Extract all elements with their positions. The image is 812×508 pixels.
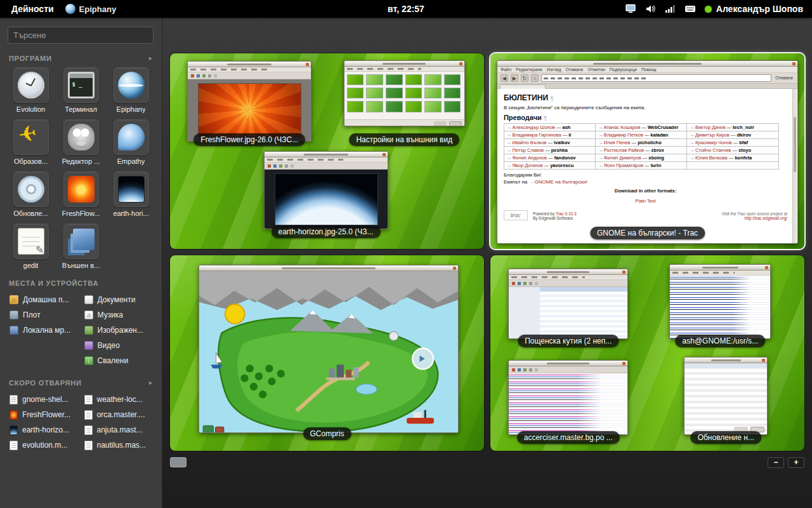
flower-image — [198, 83, 301, 137]
workspace-switcher-handle[interactable] — [170, 457, 187, 467]
place-item[interactable]: Документи — [82, 292, 155, 307]
app-launcher[interactable]: gedit — [8, 224, 54, 269]
recent-item[interactable]: evolution.m... — [8, 438, 80, 453]
app-tile — [63, 171, 99, 207]
window-appearance[interactable] — [344, 60, 465, 126]
window-titlebar — [199, 265, 459, 271]
window-terminal[interactable] — [669, 264, 771, 339]
home-icon — [531, 74, 539, 82]
editor-text — [509, 373, 628, 434]
clock[interactable]: вт, 22:57 — [388, 4, 424, 14]
activities-button[interactable]: Дейности — [6, 1, 59, 17]
app-tile — [13, 67, 49, 103]
window-updater[interactable] — [684, 357, 768, 435]
app-label: Обновле... — [13, 210, 48, 217]
app-icon — [18, 72, 44, 98]
place-label: Свалени — [98, 356, 129, 365]
translator-cell: Илия Пеневpicholicho — [596, 138, 687, 146]
recent-item[interactable]: FreshFlower... — [8, 407, 80, 422]
window-label: accerciser.master.bg.po ... — [517, 431, 620, 444]
browser-tab-bar — [497, 84, 797, 89]
volume-icon[interactable] — [645, 4, 656, 14]
recent-item[interactable]: anjuta.mast... — [82, 422, 155, 438]
sun — [225, 305, 244, 324]
window-gcompris[interactable] — [199, 265, 459, 433]
workspace-1[interactable]: FreshFlower.jpg-26.0 (ЧЗС... Настройки н… — [170, 53, 484, 249]
place-label: Документи — [98, 295, 136, 304]
place-icon — [84, 326, 93, 335]
recent-file-icon — [10, 410, 18, 420]
app-launcher[interactable]: earth-hori... — [108, 171, 154, 217]
recent-file-icon — [10, 441, 18, 450]
recent-expander-icon[interactable]: ▸ — [149, 378, 153, 387]
place-item[interactable]: Музика — [82, 307, 155, 323]
translator-cell: Ивайло Вълковivalkov — [504, 138, 595, 146]
place-label: Видео — [98, 341, 120, 350]
menu-item: Отметки — [587, 67, 605, 72]
workspace-3[interactable]: GCompris — [170, 255, 484, 451]
workspaces-overview: FreshFlower.jpg-26.0 (ЧЗС... Настройки н… — [162, 18, 812, 508]
place-item[interactable]: Видео — [82, 338, 155, 353]
translator-cell: Ростислав Райковzbrox — [596, 146, 687, 154]
app-label: Редактор ... — [62, 157, 100, 165]
translator-row: Петър Славовpeshka Ростислав Райковzbrox… — [504, 146, 778, 154]
app-launcher[interactable]: Epiphany — [108, 67, 154, 113]
window-mailbox[interactable] — [508, 269, 629, 339]
remove-workspace-button[interactable]: − — [768, 457, 784, 468]
app-icon — [18, 228, 44, 255]
app-launcher[interactable]: Образов... — [8, 119, 54, 165]
app-launcher[interactable]: FreshFlow... — [58, 171, 104, 217]
app-launcher[interactable]: Обновле... — [8, 171, 54, 217]
recent-item[interactable]: orca.master.... — [82, 407, 155, 422]
window-label: FreshFlower.jpg-26.0 (ЧЗС... — [193, 133, 305, 146]
add-workspace-button[interactable]: + — [788, 457, 804, 468]
programs-expander-icon[interactable]: ▸ — [149, 54, 153, 62]
reload-icon — [521, 74, 528, 82]
recent-file-icon — [10, 425, 18, 435]
recent-item[interactable]: earth-horizo... — [8, 422, 80, 438]
forward-icon — [511, 74, 518, 82]
app-launcher[interactable]: Външен в... — [58, 224, 104, 269]
translator-cell: Юлия Велковаkonfeta — [687, 154, 778, 161]
terminal-output — [670, 276, 770, 338]
window-label: Настройки на външния вид — [349, 133, 459, 146]
place-item[interactable]: Локална мр... — [8, 323, 80, 338]
app-launcher[interactable]: Evolution — [8, 67, 54, 113]
recent-item[interactable]: nautilus.mas... — [82, 438, 155, 453]
app-launcher[interactable]: Терминал — [58, 67, 104, 113]
app-launcher[interactable]: Редактор ... — [58, 119, 104, 165]
display-icon[interactable] — [625, 4, 636, 14]
place-item[interactable]: Свалени — [82, 353, 155, 368]
app-label: earth-hori... — [113, 210, 148, 217]
app-menu[interactable]: Epiphany — [65, 4, 117, 14]
recent-item[interactable]: gnome-shel... — [8, 392, 80, 407]
translator-cell: Александър Шоповash — [504, 123, 595, 131]
user-menu[interactable]: Александър Шопов — [705, 4, 803, 14]
place-item[interactable]: Плот — [8, 307, 80, 323]
recent-item[interactable]: weather-loc... — [82, 392, 155, 407]
team-text: Екипът на GNOME на български! — [504, 179, 787, 185]
earth-image — [275, 173, 378, 225]
place-item[interactable]: Домашна п... — [8, 292, 80, 307]
sidebar: ПРОГРАМИ ▸ Evolution Терминал — [0, 18, 162, 508]
place-icon — [10, 295, 18, 304]
place-icon — [84, 311, 93, 319]
window-titlebar — [265, 152, 388, 157]
mail-list — [509, 287, 628, 338]
window-titlebar — [497, 61, 797, 67]
workspace-2[interactable]: ФайлРедактиранеИзгледОтиванеОтметкиПодпр… — [490, 53, 804, 249]
app-label: Образов... — [14, 157, 48, 165]
translator-cell: Владимир Петковkaladan — [596, 131, 687, 138]
search-input[interactable] — [8, 27, 154, 44]
workspace-4[interactable]: Пощенска кутия (2 неп... ash@GNOME:/usr/… — [490, 255, 804, 451]
trac-footer: trac Powered by Trac 0.10.3 By Edgewall … — [504, 210, 787, 220]
window-editor[interactable] — [508, 360, 629, 435]
network-signal-icon[interactable] — [665, 4, 676, 14]
place-item[interactable]: Изображен... — [82, 323, 155, 338]
window-freshflower[interactable] — [187, 61, 311, 141]
user-name: Александър Шопов — [716, 4, 803, 14]
window-epiphany-trac[interactable]: ФайлРедактиранеИзгледОтиванеОтметкиПодпр… — [497, 60, 798, 244]
app-launcher[interactable]: Empathy — [108, 119, 154, 165]
keyboard-layout-icon[interactable] — [684, 4, 696, 14]
window-earth-horizon[interactable] — [264, 151, 388, 229]
